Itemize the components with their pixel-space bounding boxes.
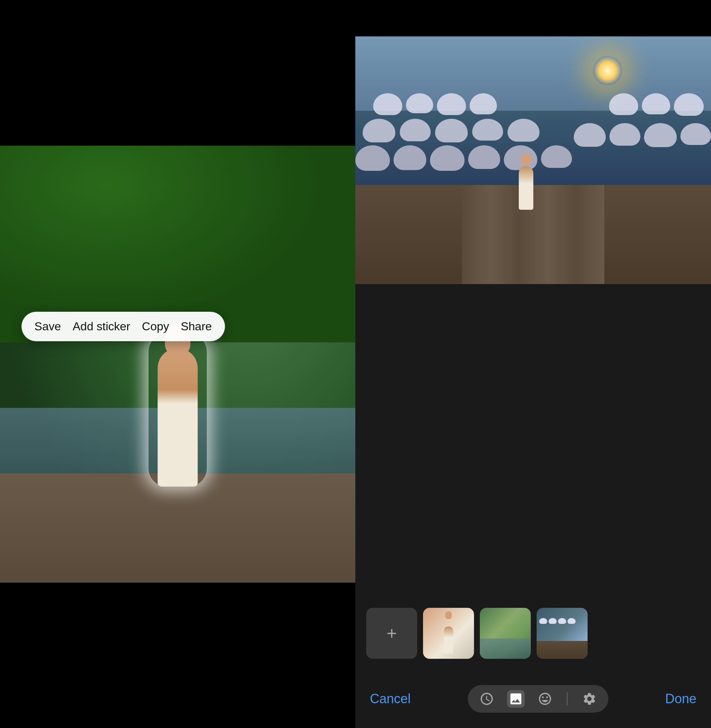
emoji-icon <box>538 692 552 706</box>
toolbar-separator <box>567 692 568 706</box>
thumbnails-row: + <box>356 597 711 670</box>
emoji-icon-button[interactable] <box>536 690 554 707</box>
left-panel: Save Add sticker Copy Share <box>0 0 356 728</box>
right-main-photo <box>356 36 711 284</box>
add-thumbnail-button[interactable]: + <box>366 608 417 659</box>
left-photo: Save Add sticker Copy Share <box>0 146 356 583</box>
settings-icon-button[interactable] <box>581 690 598 707</box>
share-action-button[interactable]: Share <box>181 320 211 333</box>
person-right-body <box>519 166 533 210</box>
thumbnail-3[interactable] <box>537 608 588 659</box>
copy-action-button[interactable]: Copy <box>142 320 169 333</box>
left-ground <box>0 473 356 583</box>
right-top-bar <box>356 0 711 36</box>
image-icon-button[interactable] <box>507 690 525 707</box>
person-body-left <box>158 348 198 487</box>
add-sticker-action-button[interactable]: Add sticker <box>72 320 130 333</box>
cancel-button[interactable]: Cancel <box>370 691 411 706</box>
thumbnail-2[interactable] <box>480 608 531 659</box>
right-mid-area <box>356 284 711 597</box>
person-on-dock <box>519 154 533 210</box>
done-button[interactable]: Done <box>665 691 696 706</box>
sun <box>593 56 622 85</box>
right-panel: + Cancel <box>356 0 711 728</box>
bottom-toolbar: Cancel <box>356 670 711 728</box>
clock-icon <box>479 692 494 706</box>
toolbar-icons-group <box>468 685 608 713</box>
thumbnail-1[interactable] <box>423 608 474 659</box>
save-action-button[interactable]: Save <box>35 320 61 333</box>
recent-icon-button[interactable] <box>478 690 496 707</box>
gear-icon <box>582 692 597 706</box>
image-icon <box>509 692 523 706</box>
person-cutout-left <box>149 334 207 487</box>
person-right-head <box>521 154 531 165</box>
context-menu: Save Add sticker Copy Share <box>22 312 225 341</box>
plus-icon: + <box>386 625 397 642</box>
